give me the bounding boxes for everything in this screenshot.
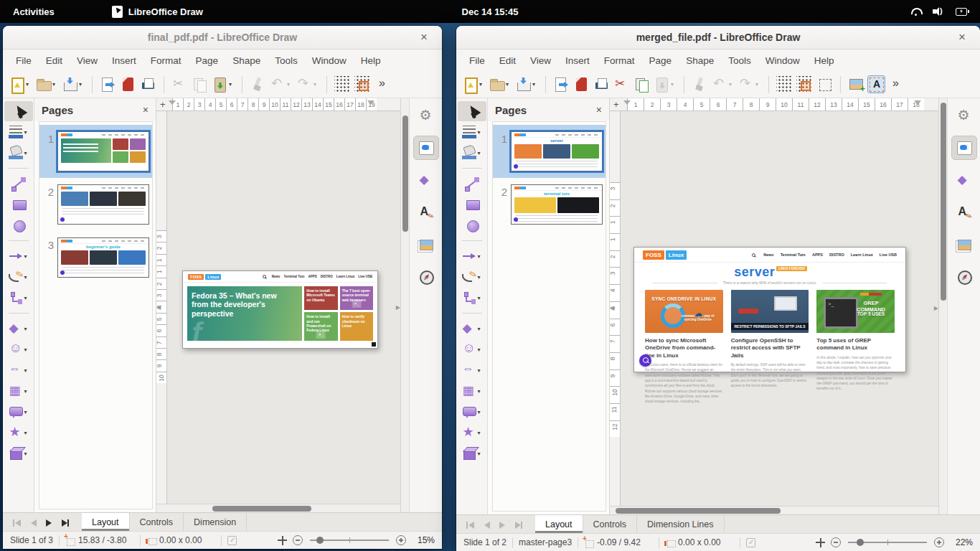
drawing-tool-button[interactable] — [458, 215, 486, 235]
scrollbar-handle[interactable] — [616, 508, 781, 514]
toolbar-button[interactable] — [775, 75, 794, 94]
drawing-canvas[interactable]: 32112345678910 FOSS Linux NewsTerminal T… — [156, 111, 400, 504]
drawing-tool-button[interactable]: ▾ — [458, 402, 486, 422]
zoom-out-button[interactable] — [831, 537, 841, 547]
menu-item[interactable]: Tools — [721, 52, 758, 69]
dropdown-arrow-icon[interactable]: ▾ — [24, 295, 29, 301]
focused-app-indicator[interactable]: LibreOffice Draw — [112, 6, 203, 18]
margin-marker-icon[interactable] — [367, 100, 374, 105]
toolbar-button[interactable] — [353, 75, 372, 94]
menu-item[interactable]: Window — [305, 52, 354, 69]
fit-page-icon[interactable] — [278, 536, 287, 545]
menu-item[interactable]: Page — [189, 52, 226, 69]
fit-page-icon[interactable] — [816, 538, 825, 547]
toolbar-button[interactable] — [170, 75, 189, 94]
drawing-tool-button[interactable] — [4, 101, 33, 121]
horizontal-scrollbar[interactable] — [610, 506, 938, 514]
menu-item[interactable]: Insert — [105, 52, 143, 69]
toolbar-button[interactable] — [815, 75, 834, 94]
dropdown-arrow-icon[interactable]: ▾ — [478, 274, 483, 281]
margin-marker-icon[interactable] — [169, 100, 176, 105]
zoom-slider[interactable] — [310, 540, 389, 541]
dropdown-arrow-icon[interactable]: ▾ — [24, 326, 29, 332]
dropdown-arrow-icon[interactable]: ▾ — [478, 430, 483, 436]
drawing-tool-button[interactable]: ▾ — [4, 402, 33, 422]
dropdown-arrow-icon[interactable]: ▾ — [506, 81, 512, 88]
menu-item[interactable]: Tools — [268, 52, 305, 69]
dropdown-arrow-icon[interactable]: ▾ — [314, 81, 319, 88]
page-thumbnail[interactable]: 2 terminal tuts — [493, 178, 606, 231]
drawing-tool-button[interactable]: ▾ — [4, 443, 33, 463]
dropdown-arrow-icon[interactable]: ▾ — [532, 81, 538, 88]
dropdown-arrow-icon[interactable]: ▾ — [24, 129, 29, 136]
menu-item[interactable]: Edit — [39, 52, 70, 69]
close-button[interactable]: × — [954, 29, 970, 45]
menu-item[interactable]: Shape — [679, 52, 721, 69]
page-thumbnail[interactable]: 2 — [39, 178, 152, 231]
zoom-out-button[interactable] — [293, 535, 303, 545]
drawing-tool-button[interactable]: ▾ — [4, 423, 33, 443]
zoom-in-button[interactable] — [934, 537, 944, 547]
toolbar-button[interactable]: ▾ — [60, 75, 86, 94]
drawing-canvas[interactable]: 321123456789101112 FOSS Linux NewsTermin… — [610, 111, 938, 506]
drawing-tool-button[interactable]: ▾ — [4, 246, 33, 266]
previous-page-button[interactable] — [29, 519, 37, 527]
dropdown-arrow-icon[interactable]: ▾ — [478, 388, 483, 395]
toolbar-button[interactable] — [592, 75, 611, 94]
toolbar-button[interactable] — [248, 75, 268, 94]
toolbar-button[interactable] — [632, 75, 651, 94]
pages-panel-close-icon[interactable]: × — [143, 104, 149, 116]
dropdown-arrow-icon[interactable]: ▾ — [24, 253, 29, 260]
layer-tab[interactable]: Controls — [583, 515, 638, 533]
drawing-tool-button[interactable]: ▾ — [458, 381, 486, 401]
drawing-tool-button[interactable]: ▾ — [4, 339, 33, 359]
dropdown-arrow-icon[interactable]: ▾ — [478, 253, 483, 260]
toolbar-button[interactable] — [690, 75, 710, 94]
drawing-tool-button[interactable] — [458, 101, 486, 121]
drawing-tool-button[interactable]: ▾ — [458, 288, 486, 308]
dropdown-arrow-icon[interactable]: ▾ — [478, 150, 483, 156]
drawing-tool-button[interactable]: ▾ — [458, 246, 486, 266]
toolbar-button[interactable]: ▾ — [487, 75, 513, 94]
zoom-level[interactable]: 22% — [950, 537, 973, 547]
drawing-tool-button[interactable] — [4, 174, 33, 194]
document-page[interactable]: FOSS Linux NewsTerminal TutsAPPSDISTROLe… — [633, 247, 906, 372]
toolbar-button[interactable]: ▾ — [652, 75, 678, 94]
toolbar-button[interactable] — [118, 75, 138, 94]
menu-item[interactable]: Help — [354, 52, 388, 69]
dropdown-arrow-icon[interactable]: ▾ — [478, 451, 483, 457]
menu-item[interactable]: Help — [807, 52, 842, 69]
dropdown-arrow-icon[interactable]: ▾ — [478, 347, 483, 353]
next-page-button[interactable] — [498, 521, 507, 529]
sidebar-tab[interactable] — [414, 233, 438, 256]
margin-marker-icon[interactable] — [623, 100, 631, 105]
toolbar-button[interactable]: ▾ — [7, 75, 33, 94]
dropdown-arrow-icon[interactable]: ▾ — [755, 81, 761, 88]
horizontal-scrollbar[interactable] — [156, 504, 400, 512]
activities-button[interactable]: Activities — [0, 0, 67, 23]
panel-splitter-icon[interactable]: ◀ — [156, 302, 161, 314]
zoom-slider-handle[interactable] — [316, 537, 324, 544]
drawing-tool-button[interactable] — [458, 174, 486, 194]
zoom-slider[interactable] — [848, 542, 927, 543]
dropdown-arrow-icon[interactable]: ▾ — [24, 430, 29, 436]
sidebar-tab[interactable] — [952, 104, 976, 127]
dropdown-arrow-icon[interactable]: ▾ — [478, 326, 483, 332]
sidebar-tab[interactable] — [414, 265, 438, 288]
page-thumbnail[interactable]: 1 — [39, 125, 152, 178]
dropdown-arrow-icon[interactable]: ▾ — [729, 81, 735, 88]
first-page-button[interactable] — [13, 519, 22, 527]
sidebar-tab[interactable] — [414, 169, 438, 192]
layer-tab[interactable]: Layout — [535, 515, 583, 533]
drawing-tool-button[interactable]: ▾ — [458, 443, 486, 463]
dropdown-arrow-icon[interactable]: ▾ — [287, 81, 293, 88]
toolbar-button[interactable]: ▾ — [710, 75, 736, 94]
page-thumbnail[interactable]: 1 server — [493, 125, 606, 178]
toolbar-button[interactable] — [847, 75, 866, 94]
next-page-button[interactable] — [44, 519, 53, 527]
scrollbar-handle[interactable] — [212, 506, 311, 512]
drawing-tool-button[interactable]: ▾ — [458, 267, 486, 287]
sidebar-tab[interactable] — [952, 169, 976, 192]
margin-marker-icon[interactable] — [914, 100, 921, 105]
menu-item[interactable]: Format — [597, 52, 642, 69]
